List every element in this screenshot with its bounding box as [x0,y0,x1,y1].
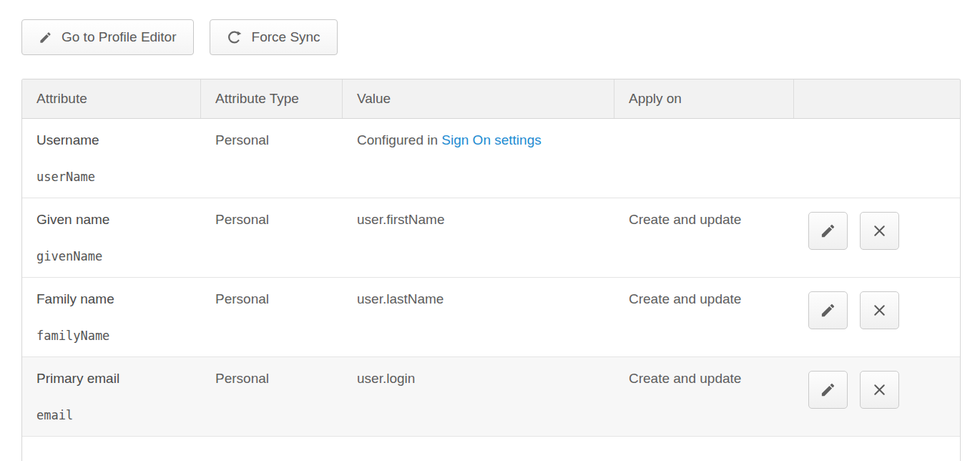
attribute-type-cell: Personal [201,357,343,436]
table-row-username: Username userName Personal Configured in… [22,119,960,198]
actions-cell [794,119,960,198]
header-attribute-type: Attribute Type [201,79,343,118]
actions-cell [794,198,960,277]
table-row-given-name: Given name givenName Personal user.first… [22,198,960,278]
remove-attribute-button[interactable] [860,291,899,329]
actions-cell [794,278,960,356]
remove-attribute-button[interactable] [860,371,899,409]
attribute-cell: Username userName [22,119,201,198]
close-icon [871,302,888,319]
attribute-mappings-table: Attribute Attribute Type Value Apply on … [21,79,961,461]
pencil-icon [820,382,836,398]
value-text: Configured in [357,132,441,147]
force-sync-label: Force Sync [252,29,320,45]
value-cell: user.firstName [343,198,614,277]
go-to-profile-editor-button[interactable]: Go to Profile Editor [21,19,194,55]
actions-cell [794,357,960,436]
pencil-icon [39,31,52,44]
edit-attribute-button[interactable] [808,371,848,409]
attribute-variable-name: givenName [36,249,194,263]
close-icon [871,382,888,398]
sync-icon [227,29,242,45]
attribute-type-cell: Personal [201,119,343,198]
value-cell: user.login [343,357,614,436]
attribute-label: Username [36,132,194,148]
attribute-label: Primary email [36,371,194,387]
pencil-icon [820,223,836,239]
attribute-cell: Family name familyName [22,278,201,356]
table-header-row: Attribute Attribute Type Value Apply on [22,79,960,119]
header-value: Value [343,79,614,118]
header-attribute: Attribute [22,79,201,118]
remove-attribute-button[interactable] [860,212,899,250]
attribute-variable-name: familyName [36,329,194,343]
attribute-type-cell: Personal [201,278,343,356]
value-cell: Configured in Sign On settings [343,119,614,198]
pencil-icon [820,302,836,319]
attribute-variable-name: email [36,408,194,422]
header-apply-on: Apply on [614,79,794,118]
sign-on-settings-link[interactable]: Sign On settings [441,132,541,147]
apply-on-cell: Create and update [614,357,794,436]
apply-on-cell [614,119,794,198]
toolbar: Go to Profile Editor Force Sync [21,19,338,55]
attribute-variable-name: userName [36,170,194,184]
table-row-primary-email: Primary email email Personal user.login … [22,357,960,437]
go-to-profile-editor-label: Go to Profile Editor [62,29,177,45]
apply-on-cell: Create and update [614,278,794,356]
attribute-cell: Primary email email [22,357,201,436]
attribute-type-cell: Personal [201,198,343,277]
edit-attribute-button[interactable] [808,212,848,250]
value-cell: user.lastName [343,278,614,356]
attribute-label: Family name [36,291,194,307]
table-row-family-name: Family name familyName Personal user.las… [22,278,960,357]
force-sync-button[interactable]: Force Sync [210,19,338,55]
attribute-cell: Given name givenName [22,198,201,277]
attribute-label: Given name [36,212,194,228]
close-icon [871,223,888,239]
header-actions [794,79,960,118]
apply-on-cell: Create and update [614,198,794,277]
table-next-row-partial [22,437,960,461]
edit-attribute-button[interactable] [808,291,848,329]
